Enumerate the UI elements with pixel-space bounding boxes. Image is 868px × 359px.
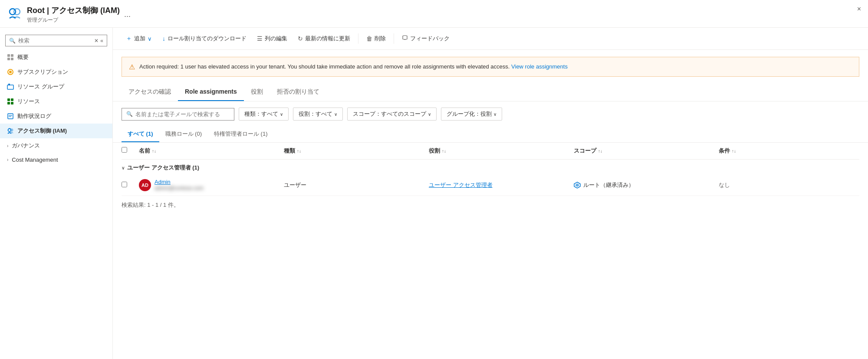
filter-search-box[interactable]: 🔍: [122, 108, 234, 121]
costmgmt-chevron-icon: ›: [7, 157, 8, 162]
sort-name-icon[interactable]: ↑↓: [152, 149, 156, 153]
sidebar-item-resourcegroup-label: リソース グループ: [17, 83, 64, 91]
table-header: 名前 ↑↓ 種類 ↑↓ 役割 ↑↓ スコープ ↑↓ 条件 ↑↓: [122, 143, 859, 160]
tab-check-access[interactable]: アクセスの確認: [122, 84, 178, 101]
download-icon: ↓: [162, 35, 165, 42]
tab-deny-assignments[interactable]: 拒否の割り当て: [270, 84, 326, 101]
feedback-button[interactable]: フィードバック: [398, 32, 454, 45]
sidebar-search-box[interactable]: 🔍 ✕ «: [5, 35, 107, 46]
filter-chip-role[interactable]: 役割：すべて ∨: [293, 108, 343, 121]
page-header: Root | アクセス制御 (IAM) 管理グループ ... ×: [0, 0, 868, 28]
filter-chip-type[interactable]: 種類：すべて ∨: [239, 108, 289, 121]
collapse-search-icon[interactable]: «: [100, 38, 103, 44]
user-name-link[interactable]: Admin: [155, 179, 204, 185]
svg-rect-12: [7, 102, 10, 104]
download-button[interactable]: ↓ ロール割り当てのダウンロード: [158, 32, 251, 45]
sort-type-icon[interactable]: ↑↓: [297, 149, 301, 153]
role-link[interactable]: ユーザー アクセス管理者: [429, 182, 493, 188]
sidebar-item-subscription[interactable]: サブスクリプション: [0, 65, 112, 79]
sub-tab-all[interactable]: すべて (1): [122, 127, 159, 142]
table-container: 名前 ↑↓ 種類 ↑↓ 役割 ↑↓ スコープ ↑↓ 条件 ↑↓: [113, 143, 868, 196]
svg-rect-9: [8, 84, 10, 85]
row-type-cell: ユーザー: [284, 181, 424, 189]
refresh-icon: ↻: [298, 35, 303, 42]
group-header-user-access-admin[interactable]: ∨ ユーザー アクセス管理者 (1): [122, 160, 859, 174]
alert-text: Action required: 1 user has elevated acc…: [139, 62, 568, 71]
filter-search-input[interactable]: [135, 111, 230, 117]
tab-role-assignments[interactable]: Role assignments: [178, 84, 244, 101]
add-button[interactable]: ＋ 追加 ∨: [122, 32, 156, 45]
subscription-icon: [7, 69, 14, 75]
svg-rect-14: [8, 114, 13, 119]
sidebar-section-costmgmt[interactable]: › Cost Management: [0, 153, 112, 166]
filter-search-icon: 🔍: [126, 111, 133, 117]
tab-roles[interactable]: 役割: [244, 84, 270, 101]
columns-icon: ☰: [257, 35, 263, 42]
svg-rect-5: [11, 58, 13, 60]
svg-rect-11: [11, 98, 13, 101]
delete-icon: 🗑: [366, 35, 372, 42]
toolbar-separator: [358, 33, 358, 44]
row-checkbox-cell: [122, 182, 135, 189]
filter-chip-group[interactable]: グループ化：役割 ∨: [441, 108, 502, 121]
row-scope-cell: ルート（継承済み）: [574, 181, 714, 189]
sidebar-item-subscription-label: サブスクリプション: [17, 68, 68, 76]
overview-icon: [7, 54, 14, 61]
sidebar: 🔍 ✕ « 概要 サブスクリプション リソース グループ: [0, 28, 113, 359]
refresh-button[interactable]: ↻ 最新の情報に更新: [293, 32, 355, 45]
svg-point-19: [404, 39, 405, 40]
sidebar-item-resource[interactable]: リソース: [0, 94, 112, 109]
activitylog-icon: [7, 113, 14, 120]
sub-tab-job-roles[interactable]: 職務ロール (0): [159, 127, 208, 142]
close-button[interactable]: ×: [857, 5, 861, 13]
delete-button[interactable]: 🗑 削除: [362, 32, 390, 45]
header-ellipsis-button[interactable]: ...: [124, 10, 131, 19]
svg-point-1: [14, 9, 20, 15]
chip-role-chevron-icon: ∨: [334, 112, 337, 117]
main-layout: 🔍 ✕ « 概要 サブスクリプション リソース グループ: [0, 28, 868, 359]
alert-link[interactable]: View role assignments: [511, 63, 568, 70]
table-header-type: 種類 ↑↓: [284, 147, 424, 155]
sidebar-section-costmgmt-label: Cost Management: [12, 157, 58, 163]
svg-rect-10: [7, 98, 10, 101]
row-checkbox[interactable]: [122, 182, 127, 187]
table-row: AD Admin admin@contoso.com ユーザー ユーザー アクセ…: [122, 174, 859, 196]
sidebar-item-overview[interactable]: 概要: [0, 50, 112, 65]
add-dropdown-icon: ∨: [148, 36, 152, 42]
filter-chip-scope[interactable]: スコープ：すべてのスコープ ∨: [347, 108, 437, 121]
sidebar-search-input[interactable]: [18, 37, 92, 44]
feedback-icon: [402, 35, 408, 42]
toolbar: ＋ 追加 ∨ ↓ ロール割り当てのダウンロード ☰ 列の編集 ↻ 最新の情報に更…: [113, 28, 868, 50]
table-header-scope: スコープ ↑↓: [574, 147, 714, 155]
table-header-role: 役割 ↑↓: [429, 147, 569, 155]
sub-tabs: すべて (1) 職務ロール (0) 特権管理者ロール (1): [113, 127, 868, 143]
clear-search-icon[interactable]: ✕: [94, 38, 99, 44]
sort-role-icon[interactable]: ↑↓: [442, 149, 446, 153]
sidebar-section-governance[interactable]: › ガバナンス: [0, 138, 112, 153]
user-email: admin@contoso.com: [155, 185, 204, 191]
table-header-condition: 条件 ↑↓: [719, 147, 859, 155]
result-count: 検索結果: 1 - 1 / 1 件。: [113, 196, 868, 214]
sidebar-item-resource-label: リソース: [17, 98, 40, 105]
svg-marker-21: [575, 183, 579, 187]
avatar: AD: [139, 179, 151, 191]
sidebar-item-resourcegroup[interactable]: リソース グループ: [0, 79, 112, 94]
sidebar-item-activitylog[interactable]: 動作状況ログ: [0, 109, 112, 124]
edit-columns-button[interactable]: ☰ 列の編集: [253, 32, 292, 45]
page-title: Root | アクセス制御 (IAM): [27, 5, 120, 16]
sidebar-item-overview-label: 概要: [17, 53, 29, 61]
row-condition-cell: なし: [719, 181, 859, 189]
sort-condition-icon[interactable]: ↑↓: [732, 149, 736, 153]
sidebar-section-governance-label: ガバナンス: [12, 142, 40, 150]
sidebar-search-icon: 🔍: [9, 38, 16, 44]
user-info: Admin admin@contoso.com: [155, 179, 204, 191]
select-all-checkbox[interactable]: [122, 147, 127, 153]
svg-rect-3: [11, 54, 13, 57]
sub-tab-privileged[interactable]: 特権管理者ロール (1): [208, 127, 274, 142]
group-chevron-icon: ∨: [122, 166, 125, 170]
sidebar-item-iam[interactable]: アクセス制御 (IAM): [0, 124, 112, 138]
sort-scope-icon[interactable]: ↑↓: [598, 149, 602, 153]
sidebar-item-iam-label: アクセス制御 (IAM): [17, 127, 67, 135]
svg-rect-2: [7, 54, 10, 57]
table-header-checkbox: [122, 147, 135, 155]
